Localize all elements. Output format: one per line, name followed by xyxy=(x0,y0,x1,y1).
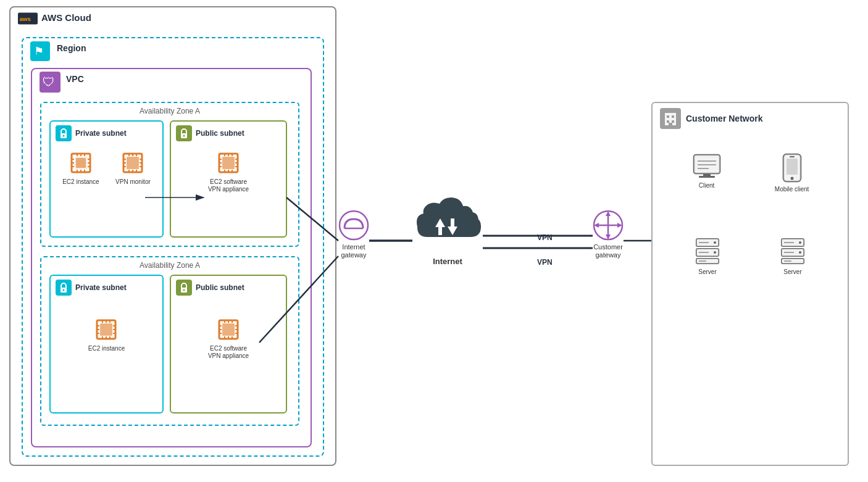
internet-gateway: Internetgateway xyxy=(338,210,369,259)
diagram-container: aws AWS Cloud ⚑ Region 🛡 VPC Availabilit… xyxy=(0,0,868,482)
svg-point-8 xyxy=(63,135,65,137)
vpc-icon: 🛡 xyxy=(40,72,61,93)
svg-point-124 xyxy=(790,177,793,180)
vpc-label: VPC xyxy=(66,74,84,84)
private-subnet-bottom-label: Private subnet xyxy=(75,283,127,292)
server-1-item: Server xyxy=(694,236,721,276)
customer-gateway-label: Customergateway xyxy=(593,243,623,259)
vpn-monitor-icon xyxy=(120,150,146,176)
server-1-icon xyxy=(694,236,721,266)
svg-rect-63 xyxy=(100,323,112,336)
private-subnet-bottom: Private subnet xyxy=(49,275,164,413)
vpn-monitor-label: VPN monitor xyxy=(115,178,151,186)
ec2-vpn-appliance-bottom-label: EC2 softwareVPN appliance xyxy=(208,345,249,360)
customer-gateway: Customergateway xyxy=(593,210,624,259)
public-subnet-top: Public subnet xyxy=(170,120,287,238)
server-1-label: Server xyxy=(698,268,716,276)
aws-cloud-label: AWS Cloud xyxy=(41,12,91,23)
public-subnet-bottom: Public subnet xyxy=(170,275,287,413)
client-label: Client xyxy=(699,182,715,189)
az-bottom-label: Availability Zone A xyxy=(140,261,200,270)
svg-rect-12 xyxy=(76,158,86,168)
customer-network-box: Customer Network Client xyxy=(651,102,849,466)
lock-icon-public-bottom xyxy=(176,280,192,296)
svg-rect-120 xyxy=(699,176,715,178)
ec2-vpn-appliance-top-item: EC2 softwareVPN appliance xyxy=(208,150,249,193)
svg-rect-112 xyxy=(672,120,674,123)
svg-rect-111 xyxy=(667,120,669,123)
vpn-label-top: VPN xyxy=(537,233,553,242)
svg-rect-115 xyxy=(694,155,720,173)
svg-rect-81 xyxy=(222,323,235,336)
svg-rect-27 xyxy=(127,157,139,169)
ec2-vpn-appliance-top-icon xyxy=(215,150,241,176)
svg-rect-45 xyxy=(222,157,235,169)
lock-icon-public-top xyxy=(176,125,192,141)
internet-cloud: Internet xyxy=(414,191,482,267)
svg-rect-123 xyxy=(787,159,798,175)
region-label: Region xyxy=(57,43,86,53)
svg-rect-113 xyxy=(669,123,672,125)
customer-network-icon xyxy=(660,108,681,129)
client-icon xyxy=(691,152,722,180)
private-subnet-top-label: Private subnet xyxy=(75,129,127,138)
ec2-instance-1-icon xyxy=(68,150,94,176)
mobile-client-label: Mobile client xyxy=(775,186,809,193)
public-subnet-bottom-label: Public subnet xyxy=(196,283,244,292)
server-2-label: Server xyxy=(783,268,801,276)
internet-gateway-label: Internetgateway xyxy=(341,243,367,259)
vpn-label-bottom: VPN xyxy=(537,258,553,267)
ec2-instance-2-icon xyxy=(93,317,119,343)
svg-point-140 xyxy=(799,241,801,244)
region-icon: ⚑ xyxy=(30,41,50,61)
public-subnet-top-label: Public subnet xyxy=(196,129,244,138)
ec2-instance-1-item: EC2 instance xyxy=(62,150,99,186)
ec2-vpn-appliance-top-label: EC2 softwareVPN appliance xyxy=(208,178,249,193)
customer-gateway-icon xyxy=(593,210,624,241)
client-item: Client xyxy=(691,152,722,193)
customer-network-label: Customer Network xyxy=(686,114,762,123)
svg-text:⚑: ⚑ xyxy=(34,45,44,57)
ec2-vpn-appliance-bottom-item: EC2 softwareVPN appliance xyxy=(208,317,249,360)
svg-point-60 xyxy=(63,289,65,291)
svg-rect-110 xyxy=(672,115,674,118)
svg-point-42 xyxy=(183,135,185,137)
ec2-instance-2-label: EC2 instance xyxy=(88,345,125,352)
svg-point-94 xyxy=(340,211,368,239)
svg-point-144 xyxy=(799,251,801,254)
mobile-client-item: Mobile client xyxy=(775,152,809,193)
svg-text:aws: aws xyxy=(20,15,31,22)
internet-cloud-icon-v2 xyxy=(414,195,482,251)
svg-rect-109 xyxy=(667,115,669,118)
ec2-instance-2-item: EC2 instance xyxy=(88,317,125,352)
ec2-instance-1-label: EC2 instance xyxy=(62,178,99,186)
ec2-vpn-appliance-bottom-icon xyxy=(215,317,241,343)
internet-gateway-icon xyxy=(338,210,369,241)
server-2-icon xyxy=(779,236,806,266)
svg-point-133 xyxy=(714,251,716,254)
svg-rect-125 xyxy=(790,156,795,157)
vpn-monitor-item: VPN monitor xyxy=(115,150,151,186)
private-subnet-top: Private subnet xyxy=(49,120,164,238)
az-top-label: Availability Zone A xyxy=(140,107,200,115)
svg-point-129 xyxy=(714,241,716,244)
lock-icon-private-bottom xyxy=(56,280,72,296)
mobile-client-icon xyxy=(782,152,803,183)
svg-text:🛡: 🛡 xyxy=(43,75,55,89)
lock-icon-private-top xyxy=(56,125,72,141)
svg-point-78 xyxy=(183,289,185,291)
aws-logo-icon: aws xyxy=(18,12,38,25)
internet-label: Internet xyxy=(433,257,462,267)
server-2-item: Server xyxy=(779,236,806,276)
